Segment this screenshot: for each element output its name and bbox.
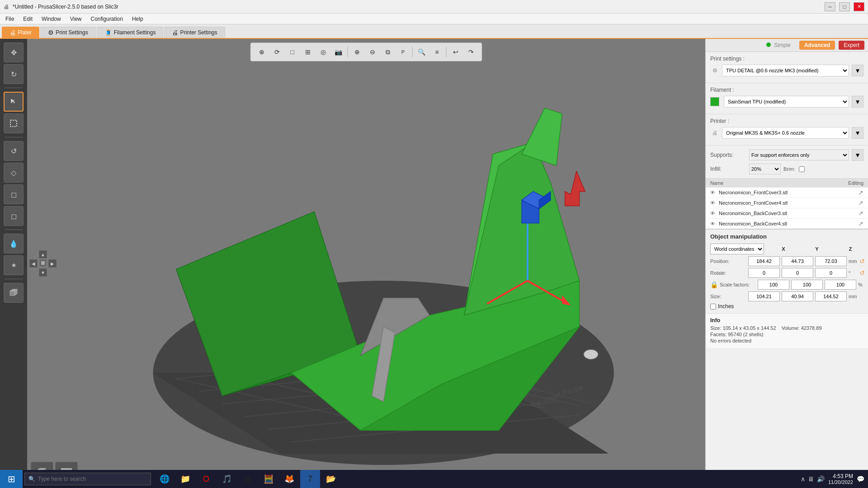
- visibility-icon-1[interactable]: 👁: [710, 190, 715, 195]
- search-button[interactable]: 🔍: [415, 45, 429, 59]
- visibility-icon-4[interactable]: 👁: [710, 221, 715, 226]
- paint-tool[interactable]: ◇: [4, 163, 24, 183]
- taskbar-app-7[interactable]: 7: [300, 470, 320, 488]
- simple-mode-button[interactable]: Simple: [761, 41, 796, 50]
- paste-button[interactable]: P: [396, 45, 410, 59]
- add-object-button[interactable]: ⊕: [255, 45, 269, 59]
- 3d-scene[interactable]: by Josef Prusa: [27, 39, 705, 488]
- viewport[interactable]: ⊕ ⟳ □ ⊞ ◎ 📷 ⊕ ⊖ ⧉ P 🔍 ≡ ↩ ↷: [27, 39, 705, 488]
- zoom-in-button[interactable]: ⊕: [350, 45, 364, 59]
- nav-left-arrow[interactable]: ◀: [29, 259, 38, 267]
- filament-dropdown[interactable]: ▼: [852, 96, 863, 108]
- arrange-button[interactable]: ⟳: [270, 45, 284, 59]
- taskbar-app-prusaslicer[interactable]: 🖨: [238, 470, 258, 488]
- inches-checkbox[interactable]: [710, 304, 716, 310]
- taskbar-app-explorer[interactable]: 📁: [175, 470, 195, 488]
- seam-tool[interactable]: ◻: [4, 206, 24, 226]
- lock-icon[interactable]: 🔒: [710, 281, 718, 288]
- search-bar[interactable]: 🔍: [24, 473, 151, 485]
- filament-select[interactable]: SainSmart TPU (modified): [724, 96, 849, 108]
- box-select-tool[interactable]: [4, 113, 24, 133]
- cut-tool[interactable]: ↺: [4, 141, 24, 161]
- nav-down-arrow[interactable]: ▼: [39, 268, 47, 277]
- printer-dropdown[interactable]: ▼: [852, 127, 863, 139]
- filament-color-swatch[interactable]: [710, 97, 719, 106]
- size-y-input[interactable]: [782, 291, 813, 301]
- list-item[interactable]: 👁 Necronomicon_FrontCover4.stl ↗: [706, 198, 868, 208]
- visibility-icon-2[interactable]: 👁: [710, 200, 715, 206]
- object-name-2[interactable]: Necronomicon_FrontCover4.stl: [719, 200, 858, 206]
- rotate-y-input[interactable]: [782, 268, 813, 278]
- rotate-x-input[interactable]: [748, 268, 780, 278]
- clock[interactable]: 4:53 PM 11/20/2022: [828, 473, 853, 485]
- coordinate-mode-select[interactable]: World coordinates: [710, 244, 764, 254]
- redo-button[interactable]: ↷: [464, 45, 478, 59]
- taskbar-app-folder2[interactable]: 📂: [321, 470, 341, 488]
- supports-paint-tool[interactable]: ◻: [4, 184, 24, 204]
- taskbar-app-firefox[interactable]: 🦊: [279, 470, 299, 488]
- extruder-tool[interactable]: ✶: [4, 255, 24, 275]
- position-y-input[interactable]: [782, 256, 813, 266]
- menu-edit[interactable]: Edit: [19, 15, 36, 23]
- title-bar-controls[interactable]: ─ □ ✕: [825, 2, 864, 11]
- taskbar-app-opera[interactable]: O: [196, 470, 216, 488]
- grid-button[interactable]: ⊞: [301, 45, 315, 59]
- object-name-1[interactable]: Necronomicon_FrontCover3.stl: [719, 190, 858, 195]
- edit-icon-3[interactable]: ↗: [858, 210, 863, 217]
- tray-chevron[interactable]: ∧: [801, 475, 805, 483]
- visibility-icon-3[interactable]: 👁: [710, 211, 715, 216]
- camera-button[interactable]: 📷: [331, 45, 346, 59]
- notification-icon[interactable]: 💬: [857, 475, 864, 483]
- close-button[interactable]: ✕: [854, 2, 864, 11]
- select-tool[interactable]: [4, 92, 24, 112]
- nav-right-arrow[interactable]: ▶: [48, 259, 57, 267]
- edit-icon-1[interactable]: ↗: [858, 189, 863, 196]
- copy-button[interactable]: □: [285, 45, 300, 59]
- scale-z-input[interactable]: [825, 280, 856, 290]
- tab-print-settings[interactable]: ⚙ Print Settings: [40, 27, 95, 38]
- list-item[interactable]: 👁 Necronomicon_BackCover4.stl ↗: [706, 219, 868, 229]
- position-x-input[interactable]: [748, 256, 780, 266]
- zoom-out-button[interactable]: ⊖: [365, 45, 380, 59]
- screenshot-button[interactable]: ◎: [316, 45, 330, 59]
- view-cube-tool[interactable]: [4, 283, 24, 303]
- move-tool[interactable]: ✥: [4, 42, 24, 62]
- tray-audio[interactable]: 🔊: [817, 475, 825, 483]
- position-reset-button[interactable]: ↺: [859, 258, 865, 265]
- fdm-tool[interactable]: 💧: [4, 234, 24, 253]
- scale-y-input[interactable]: [791, 280, 823, 290]
- tab-printer-settings[interactable]: 🖨 Printer Settings: [164, 27, 225, 38]
- supports-dropdown[interactable]: ▼: [852, 149, 863, 161]
- infill-select[interactable]: 20%: [749, 164, 781, 174]
- taskbar-app-edge[interactable]: 🌐: [155, 470, 175, 488]
- taskbar-app-music[interactable]: 🎵: [217, 470, 237, 488]
- menu-window[interactable]: Window: [38, 15, 65, 23]
- supports-select[interactable]: For support enforcers only: [749, 150, 849, 160]
- print-settings-select[interactable]: TPU DETAIL @0.6 nozzle MK3 (modified): [722, 65, 849, 76]
- expert-mode-button[interactable]: Expert: [839, 41, 864, 50]
- edit-icon-4[interactable]: ↗: [858, 220, 863, 227]
- undo-button[interactable]: ↩: [448, 45, 463, 59]
- menu-configuration[interactable]: Configuration: [87, 15, 127, 23]
- maximize-button[interactable]: □: [839, 2, 850, 11]
- tray-network[interactable]: 🖥: [808, 475, 814, 483]
- object-name-4[interactable]: Necronomicon_BackCover4.stl: [719, 221, 858, 226]
- rotate-tool[interactable]: ↻: [4, 64, 24, 84]
- advanced-mode-button[interactable]: Advanced: [799, 41, 835, 50]
- menu-view[interactable]: View: [66, 15, 85, 23]
- size-z-input[interactable]: [815, 291, 847, 301]
- fit-button[interactable]: ⧉: [381, 45, 395, 59]
- nav-up-arrow[interactable]: ▲: [39, 250, 47, 258]
- taskbar-app-calc[interactable]: 🧮: [259, 470, 278, 488]
- layers-button[interactable]: ≡: [430, 45, 444, 59]
- brim-checkbox[interactable]: [799, 166, 805, 172]
- object-name-3[interactable]: Necronomicon_BackCover3.stl: [719, 211, 858, 216]
- scale-x-input[interactable]: [758, 280, 789, 290]
- size-x-input[interactable]: [748, 291, 780, 301]
- printer-select[interactable]: Original MK3S & MK3S+ 0.6 nozzle: [722, 127, 849, 139]
- list-item[interactable]: 👁 Necronomicon_BackCover3.stl ↗: [706, 208, 868, 219]
- print-settings-dropdown[interactable]: ▼: [852, 65, 863, 76]
- tab-filament-settings[interactable]: 🧵 Filament Settings: [97, 27, 164, 38]
- menu-file[interactable]: File: [2, 15, 18, 23]
- rotate-reset-button[interactable]: ↺: [859, 269, 865, 277]
